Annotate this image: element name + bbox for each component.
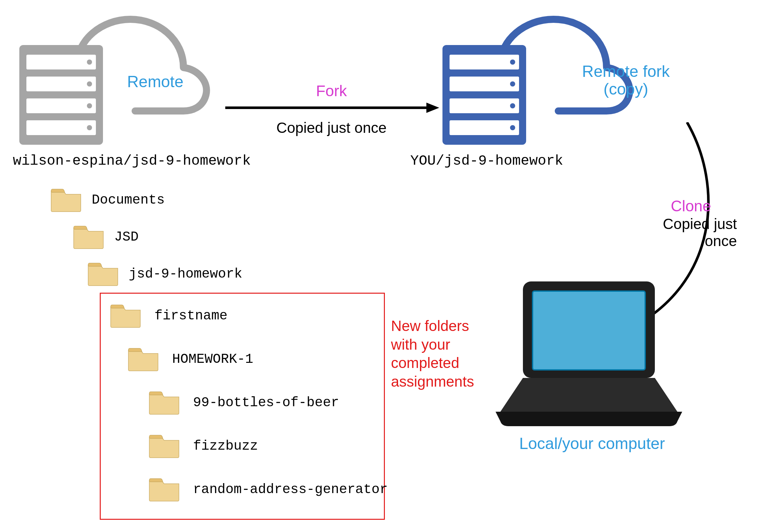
folder-fizzbuzz — [148, 432, 180, 460]
svg-point-8 — [87, 125, 92, 130]
folder-icon — [127, 346, 159, 371]
folder-documents — [50, 186, 82, 214]
svg-rect-1 — [27, 55, 96, 69]
svg-rect-22 — [533, 291, 645, 370]
local-caption: Local/your computer — [480, 434, 705, 453]
svg-rect-13 — [450, 120, 519, 135]
folder-homework1 — [127, 346, 159, 373]
folder-hw-repo — [87, 261, 119, 288]
remote-source-label: Remote — [127, 72, 184, 91]
remote-fork-label-line2: (copy) — [604, 80, 648, 98]
annotation-line3: completed — [391, 355, 459, 371]
clone-subtitle-line1: Copied just — [663, 216, 737, 232]
folder-random-address — [148, 476, 180, 503]
annotation-line2: with your — [391, 336, 450, 353]
folder-random-address-label: random-address-generator — [193, 482, 388, 497]
folder-icon — [87, 261, 119, 286]
remote-source-icon — [13, 5, 219, 148]
remote-source-caption: wilson-espina/jsd-9-homework — [13, 153, 251, 169]
folder-icon — [110, 302, 142, 328]
remote-fork-label-line1: Remote fork — [582, 62, 670, 80]
annotation-line4: assignments — [391, 373, 474, 390]
svg-point-6 — [87, 81, 92, 87]
remote-fork-label: Remote fork (copy) — [570, 63, 682, 98]
folder-firstname — [110, 302, 142, 330]
svg-rect-10 — [450, 55, 519, 69]
fork-arrow — [225, 101, 439, 116]
svg-rect-11 — [450, 77, 519, 91]
folder-icon — [148, 432, 180, 458]
clone-arrow-title: Clone — [647, 197, 711, 215]
clone-subtitle-line2: once — [705, 233, 737, 249]
folder-icon — [50, 186, 82, 212]
svg-rect-4 — [27, 120, 96, 135]
svg-point-7 — [87, 103, 92, 108]
clone-arrow-subtitle: Copied just once — [608, 216, 737, 250]
svg-rect-3 — [27, 99, 96, 113]
folder-icon — [148, 389, 180, 415]
folder-firstname-label: firstname — [154, 308, 228, 324]
remote-fork-caption: YOU/jsd-9-homework — [410, 153, 563, 169]
folder-icon — [72, 224, 105, 249]
new-folders-annotation: New folders with your completed assignme… — [391, 317, 474, 391]
laptop-icon — [495, 278, 682, 431]
svg-rect-12 — [450, 99, 519, 113]
svg-point-16 — [510, 103, 515, 108]
folder-icon — [148, 476, 180, 502]
fork-arrow-subtitle: Copied just once — [225, 119, 438, 136]
folder-hw-repo-label: jsd-9-homework — [129, 266, 242, 282]
folder-fizzbuzz-label: fizzbuzz — [193, 438, 258, 454]
svg-marker-19 — [426, 102, 439, 113]
folder-99bottles-label: 99-bottles-of-beer — [193, 395, 339, 410]
svg-point-14 — [510, 59, 515, 65]
folder-99bottles — [148, 389, 180, 417]
folder-homework1-label: HOMEWORK-1 — [172, 352, 253, 367]
svg-point-15 — [510, 81, 515, 87]
svg-rect-2 — [27, 77, 96, 91]
fork-arrow-title: Fork — [225, 82, 438, 100]
folder-jsd — [72, 224, 105, 251]
annotation-line1: New folders — [391, 317, 469, 334]
folder-jsd-label: JSD — [114, 229, 139, 245]
svg-point-17 — [510, 125, 515, 130]
svg-point-5 — [87, 59, 92, 65]
folder-documents-label: Documents — [92, 192, 165, 208]
